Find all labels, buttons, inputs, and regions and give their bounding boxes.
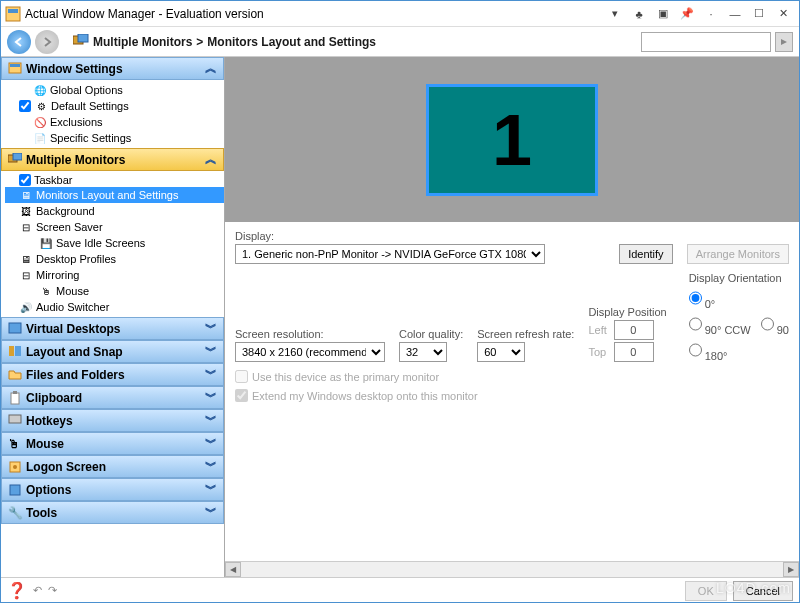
nav-back-button[interactable] xyxy=(7,30,31,54)
tree-item-global-options[interactable]: 🌐Global Options xyxy=(5,82,224,98)
extend-checkbox-row: Extend my Windows desktop onto this moni… xyxy=(235,389,789,402)
redo-icon[interactable]: ↷ xyxy=(48,584,57,597)
tree-item-save-idle[interactable]: 💾Save Idle Screens xyxy=(5,235,224,251)
monitor-stage[interactable]: 1 xyxy=(225,57,799,222)
expand-icon: ⊟ xyxy=(19,220,33,234)
chevron-down-icon: ︾ xyxy=(205,343,217,360)
tree-item-default-settings[interactable]: ⚙Default Settings xyxy=(5,98,224,114)
minimize-button[interactable]: — xyxy=(723,4,747,24)
svg-rect-3 xyxy=(78,34,88,42)
section-multiple-monitors[interactable]: Multiple Monitors ︽ xyxy=(1,148,224,171)
multiple-monitors-icon xyxy=(8,153,22,167)
horizontal-scrollbar[interactable]: ◀ ▶ xyxy=(225,561,799,577)
section-options[interactable]: Options︾ xyxy=(1,478,224,501)
titlebar-extra-1[interactable]: ▾ xyxy=(603,4,627,24)
ok-button[interactable]: OK xyxy=(685,581,727,601)
scroll-track[interactable] xyxy=(241,562,783,577)
tree-item-specific-settings[interactable]: 📄Specific Settings xyxy=(5,130,224,146)
section-mouse[interactable]: 🖱Mouse︾ xyxy=(1,432,224,455)
chevron-down-icon: ︾ xyxy=(205,458,217,475)
tree-multiple-monitors: Taskbar 🖥Monitors Layout and Settings 🖼B… xyxy=(1,171,224,317)
svg-rect-11 xyxy=(11,393,19,404)
scroll-right-arrow[interactable]: ▶ xyxy=(783,562,799,577)
exclusions-icon: 🚫 xyxy=(33,115,47,129)
chevron-down-icon: ︾ xyxy=(205,435,217,452)
chevron-down-icon: ︾ xyxy=(205,389,217,406)
display-label: Display: xyxy=(235,230,605,242)
section-files-folders[interactable]: Files and Folders︾ xyxy=(1,363,224,386)
svg-rect-9 xyxy=(9,346,14,356)
tree-item-mirroring[interactable]: ⊟Mirroring xyxy=(5,267,224,283)
tree-item-desktop-profiles[interactable]: 🖥Desktop Profiles xyxy=(5,251,224,267)
content: 1 Display: 1. Generic non-PnP Monitor ->… xyxy=(225,57,799,577)
section-layout-snap[interactable]: Layout and Snap︾ xyxy=(1,340,224,363)
orient-0[interactable]: 0° xyxy=(689,288,716,310)
background-icon: 🖼 xyxy=(19,204,33,218)
audio-icon: 🔊 xyxy=(19,300,33,314)
taskbar-checkbox[interactable] xyxy=(19,174,31,186)
maximize-button[interactable]: ☐ xyxy=(747,4,771,24)
chevron-down-icon: ︾ xyxy=(205,320,217,337)
hotkeys-icon xyxy=(8,414,22,428)
orient-90[interactable]: 90 xyxy=(761,314,789,336)
search-go-button[interactable] xyxy=(775,32,793,52)
titlebar-extra-3[interactable]: ▣ xyxy=(651,4,675,24)
tree-item-exclusions[interactable]: 🚫Exclusions xyxy=(5,114,224,130)
section-clipboard[interactable]: Clipboard︾ xyxy=(1,386,224,409)
orient-180[interactable]: 180° xyxy=(689,340,728,362)
section-hotkeys[interactable]: Hotkeys︾ xyxy=(1,409,224,432)
tree-item-monitors-layout[interactable]: 🖥Monitors Layout and Settings xyxy=(5,187,224,203)
settings-icon: ⚙ xyxy=(34,99,48,113)
left-label: Left xyxy=(588,324,610,336)
toolbar: Multiple Monitors > Monitors Layout and … xyxy=(1,27,799,57)
chevron-up-icon: ︽ xyxy=(205,60,217,77)
refresh-label: Screen refresh rate: xyxy=(477,328,574,340)
chevron-down-icon: ︾ xyxy=(205,366,217,383)
titlebar-pin-icon[interactable]: 📌 xyxy=(675,4,699,24)
default-settings-checkbox[interactable] xyxy=(19,100,31,112)
window-title: Actual Window Manager - Evaluation versi… xyxy=(25,7,603,21)
section-virtual-desktops[interactable]: Virtual Desktops︾ xyxy=(1,317,224,340)
orient-90ccw[interactable]: 90° CCW xyxy=(689,314,751,336)
layout-icon: 🖥 xyxy=(19,188,33,202)
primary-checkbox-row: Use this device as the primary monitor xyxy=(235,370,789,383)
tree-item-screen-saver[interactable]: ⊟Screen Saver xyxy=(5,219,224,235)
scroll-left-arrow[interactable]: ◀ xyxy=(225,562,241,577)
section-window-settings[interactable]: Window Settings ︽ xyxy=(1,57,224,80)
section-logon-screen[interactable]: Logon Screen︾ xyxy=(1,455,224,478)
monitor-1[interactable]: 1 xyxy=(426,84,598,196)
section-tools[interactable]: 🔧Tools︾ xyxy=(1,501,224,524)
svg-point-15 xyxy=(13,465,17,469)
chevron-down-icon: ︾ xyxy=(205,481,217,498)
left-input xyxy=(614,320,654,340)
tree-item-background[interactable]: 🖼Background xyxy=(5,203,224,219)
titlebar: Actual Window Manager - Evaluation versi… xyxy=(1,1,799,27)
undo-icon[interactable]: ↶ xyxy=(33,584,42,597)
svg-rect-5 xyxy=(10,64,20,67)
display-select[interactable]: 1. Generic non-PnP Monitor -> NVIDIA GeF… xyxy=(235,244,545,264)
specific-icon: 📄 xyxy=(33,131,47,145)
top-input xyxy=(614,342,654,362)
breadcrumb-page: Monitors Layout and Settings xyxy=(207,35,376,49)
close-button[interactable]: ✕ xyxy=(771,4,795,24)
help-icon[interactable]: ❓ xyxy=(7,581,27,600)
section-label: Window Settings xyxy=(26,62,123,76)
search-input[interactable] xyxy=(641,32,771,52)
identify-button[interactable]: Identify xyxy=(619,244,672,264)
options-icon xyxy=(8,483,22,497)
content-spacer xyxy=(225,410,799,561)
color-select[interactable]: 32 xyxy=(399,342,447,362)
tree-item-mouse-mirror[interactable]: 🖱Mouse xyxy=(5,283,224,299)
resolution-select[interactable]: 3840 x 2160 (recommended) xyxy=(235,342,385,362)
tree-item-taskbar[interactable]: Taskbar xyxy=(5,173,224,187)
titlebar-extra-4[interactable]: · xyxy=(699,4,723,24)
save-icon: 💾 xyxy=(39,236,53,250)
cancel-button[interactable]: Cancel xyxy=(733,581,793,601)
titlebar-extra-2[interactable]: ♣ xyxy=(627,4,651,24)
arrange-monitors-button[interactable]: Arrange Monitors xyxy=(687,244,789,264)
resolution-label: Screen resolution: xyxy=(235,328,385,340)
breadcrumb-sep: > xyxy=(196,35,203,49)
nav-forward-button[interactable] xyxy=(35,30,59,54)
refresh-select[interactable]: 60 xyxy=(477,342,525,362)
tree-item-audio-switcher[interactable]: 🔊Audio Switcher xyxy=(5,299,224,315)
